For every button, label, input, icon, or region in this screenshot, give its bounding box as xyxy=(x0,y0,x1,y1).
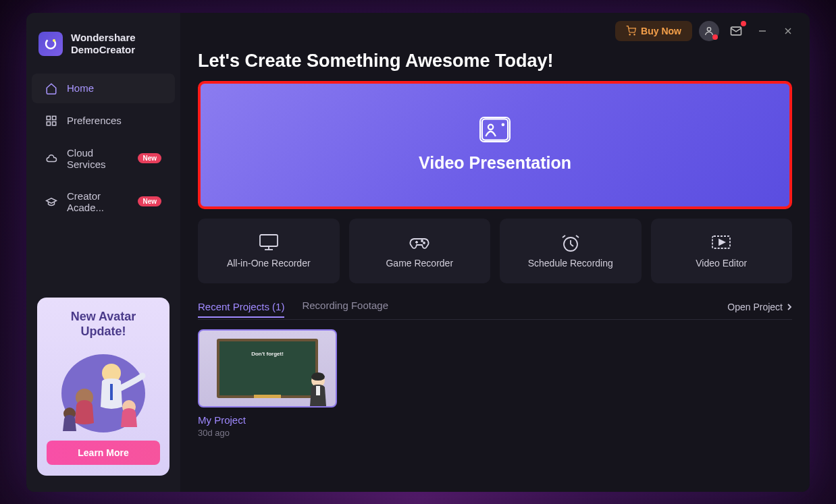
mail-icon xyxy=(729,24,743,38)
svg-line-31 xyxy=(563,235,565,237)
card-label: Schedule Recording xyxy=(528,258,613,269)
close-button[interactable] xyxy=(779,22,798,40)
sidebar-item-label: Home xyxy=(67,82,94,94)
card-label: Game Recorder xyxy=(386,258,453,269)
svg-rect-5 xyxy=(53,121,56,125)
gamepad-icon xyxy=(409,233,430,251)
svg-point-1 xyxy=(53,39,55,42)
video-presentation-icon xyxy=(479,117,511,142)
tab-recording-footage[interactable]: Recording Footage xyxy=(302,300,388,315)
sidebar-item-home[interactable]: Home xyxy=(32,74,175,103)
notification-dot xyxy=(741,21,746,26)
mail-button[interactable] xyxy=(726,21,746,41)
clock-icon xyxy=(560,233,581,251)
project-name: My Project xyxy=(198,414,337,426)
svg-point-12 xyxy=(634,34,635,35)
project-thumbnail: Don't forget! xyxy=(198,329,337,408)
app-brand-text: Wondershare DemoCreator xyxy=(71,32,136,55)
video-editor-icon xyxy=(710,233,732,251)
new-badge: New xyxy=(138,153,161,163)
home-icon xyxy=(45,82,57,94)
sidebar-nav: Home Preferences Cloud Services New Cre xyxy=(26,72,180,223)
svg-point-11 xyxy=(629,34,630,35)
sidebar: Wondershare DemoCreator Home Preferences xyxy=(26,13,180,492)
tool-cards-row: All-in-One Recorder Game Recorder Schedu… xyxy=(198,219,792,283)
chalkboard-text: Don't forget! xyxy=(251,351,284,357)
promo-card: New Avatar Update! Learn M xyxy=(37,298,169,475)
hero-label: Video Presentation xyxy=(419,153,571,173)
project-card[interactable]: Don't forget! My Project 30d ago xyxy=(198,329,337,438)
sidebar-item-creator-academy[interactable]: Creator Acade... New xyxy=(32,181,175,222)
promo-illustration xyxy=(47,346,160,434)
app-logo-icon xyxy=(38,32,63,56)
all-in-one-recorder-card[interactable]: All-in-One Recorder xyxy=(198,219,340,283)
minimize-button[interactable] xyxy=(753,22,772,40)
video-presentation-card[interactable]: Video Presentation xyxy=(198,81,792,209)
learn-more-button[interactable]: Learn More xyxy=(47,441,160,465)
tabs-row: Recent Projects (1) Recording Footage Op… xyxy=(198,300,792,320)
sidebar-item-label: Preferences xyxy=(67,115,122,126)
account-button[interactable] xyxy=(699,21,719,41)
page-title: Let's Create Something Awesome Today! xyxy=(198,51,792,72)
open-project-label: Open Project xyxy=(727,302,783,312)
cloud-icon xyxy=(45,152,57,165)
buy-now-button[interactable]: Buy Now xyxy=(615,21,692,41)
card-label: All-in-One Recorder xyxy=(227,258,311,269)
svg-point-26 xyxy=(421,240,423,242)
svg-rect-21 xyxy=(260,235,278,246)
sidebar-item-preferences[interactable]: Preferences xyxy=(32,106,175,136)
svg-point-13 xyxy=(707,27,710,30)
svg-rect-4 xyxy=(47,121,50,125)
svg-line-30 xyxy=(571,244,573,246)
sidebar-item-label: Cloud Services xyxy=(67,147,128,170)
logo: Wondershare DemoCreator xyxy=(26,24,180,72)
close-icon xyxy=(783,26,793,36)
main-panel: Buy Now Let's Create Something Awesome T… xyxy=(180,13,810,492)
app-window: Wondershare DemoCreator Home Preferences xyxy=(26,13,810,492)
svg-rect-35 xyxy=(316,386,320,395)
academy-icon xyxy=(45,196,57,208)
svg-rect-3 xyxy=(53,116,56,119)
svg-line-32 xyxy=(576,235,579,237)
sidebar-item-cloud-services[interactable]: Cloud Services New xyxy=(32,138,175,179)
chalkboard-illustration: Don't forget! xyxy=(217,339,318,398)
svg-rect-18 xyxy=(482,119,508,140)
svg-rect-2 xyxy=(47,116,50,119)
schedule-recording-card[interactable]: Schedule Recording xyxy=(500,219,642,283)
svg-point-20 xyxy=(502,123,505,126)
cart-icon xyxy=(626,26,636,36)
promo-title: New Avatar Update! xyxy=(47,310,160,339)
card-label: Video Editor xyxy=(696,258,747,269)
sidebar-item-label: Creator Acade... xyxy=(67,190,128,213)
monitor-icon xyxy=(258,233,280,251)
avatar-figure xyxy=(305,371,332,406)
project-date: 30d ago xyxy=(198,428,337,438)
brand-line2: DemoCreator xyxy=(71,44,136,55)
projects-list: Don't forget! My Project 30d ago xyxy=(198,329,792,438)
svg-point-19 xyxy=(488,125,493,130)
video-editor-card[interactable]: Video Editor xyxy=(651,219,793,283)
content-area: Let's Create Something Awesome Today! Vi… xyxy=(180,41,810,492)
tab-recent-projects[interactable]: Recent Projects (1) xyxy=(198,301,284,318)
brand-line1: Wondershare xyxy=(71,32,136,43)
topbar: Buy Now xyxy=(180,13,810,41)
svg-point-27 xyxy=(423,242,425,244)
game-recorder-card[interactable]: Game Recorder xyxy=(349,219,491,283)
open-project-button[interactable]: Open Project xyxy=(727,302,792,312)
buy-label: Buy Now xyxy=(641,26,681,36)
chevron-right-icon xyxy=(787,303,792,311)
minimize-icon xyxy=(758,26,767,36)
notification-dot xyxy=(712,34,718,40)
new-badge: New xyxy=(138,196,161,206)
grid-icon xyxy=(45,115,57,127)
